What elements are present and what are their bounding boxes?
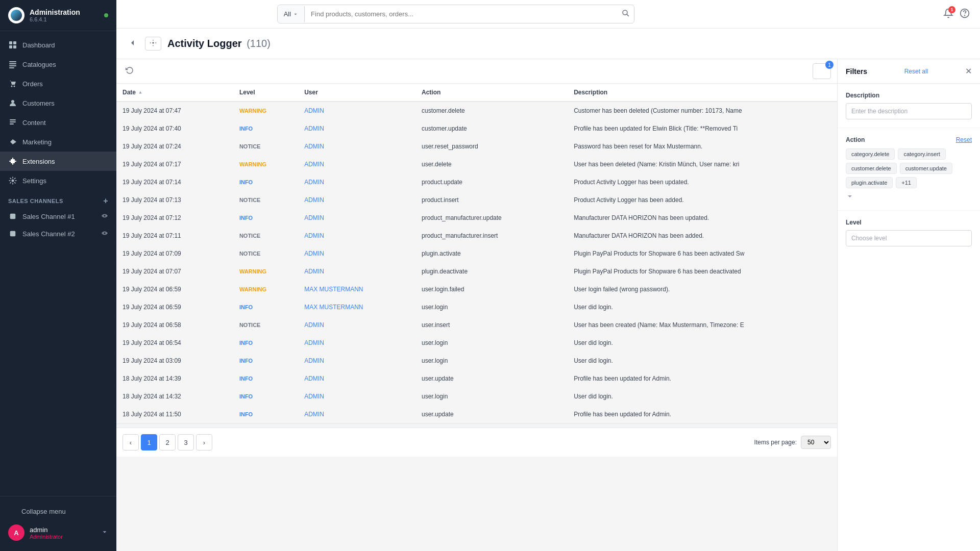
filter-reset-all[interactable]: Reset all (904, 68, 928, 75)
filter-action-tags: category.deletecategory.insertcustomer.d… (846, 148, 972, 188)
items-per-page-select[interactable]: 25 50 75 100 (801, 436, 831, 449)
sidebar-item-dashboard[interactable]: Dashboard (0, 35, 116, 55)
cell-action: user.login (415, 352, 568, 370)
col-action[interactable]: Action (415, 84, 568, 102)
sidebar-item-customers[interactable]: Customers (0, 93, 116, 113)
cell-action: user.login.failed (415, 281, 568, 298)
search-input[interactable] (305, 6, 618, 22)
filter-toggle-button[interactable]: 1 (813, 63, 831, 79)
table-scroll-container[interactable]: Date Level (116, 84, 837, 423)
extensions-icon (8, 157, 17, 166)
table-row: 19 July 2024 at 03:09 INFO ADMIN user.lo… (116, 352, 837, 370)
sidebar-item-catalogues[interactable]: Catalogues (0, 55, 116, 74)
filter-title: Filters (846, 67, 867, 76)
cell-level: INFO (233, 406, 298, 423)
cell-date: 19 July 2024 at 06:54 (116, 334, 233, 352)
page-title: Activity Logger (110) (167, 38, 271, 49)
content-icon (8, 118, 17, 127)
table-row: 18 July 2024 at 11:50 INFO ADMIN user.up… (116, 406, 837, 423)
user-role: Administrator (30, 534, 63, 540)
cell-description: Profile has been updated for Elwin Blick… (568, 120, 837, 138)
sidebar-item-orders[interactable]: Orders (0, 74, 116, 93)
user-chevron-icon[interactable] (101, 529, 108, 537)
cell-description: Manufacturer DATA HORIZON has been added… (568, 227, 837, 245)
svg-rect-11 (10, 119, 16, 120)
sidebar-item-marketing[interactable]: Marketing (0, 132, 116, 152)
prev-page-button[interactable]: ‹ (122, 434, 139, 450)
filter-action-tag[interactable]: customer.update (900, 163, 952, 174)
sidebar-item-settings[interactable]: Settings (0, 171, 116, 190)
back-button[interactable] (127, 37, 139, 51)
filter-action-tag[interactable]: +11 (896, 177, 917, 188)
cell-user: ADMIN (298, 334, 415, 352)
page-3-button[interactable]: 3 (178, 434, 194, 450)
sidebar-item-sc1[interactable]: Sales Channel #1 (0, 208, 116, 225)
dashboard-icon (8, 40, 17, 49)
col-level[interactable]: Level (233, 84, 298, 102)
filter-close-button[interactable]: ✕ (965, 66, 972, 76)
cell-date: 19 July 2024 at 06:59 (116, 281, 233, 298)
svg-rect-2 (9, 45, 12, 48)
user-section: A admin Administrator (8, 520, 108, 545)
page-1-button[interactable]: 1 (141, 434, 157, 450)
svg-point-18 (104, 232, 106, 234)
filter-action-reset[interactable]: Reset (956, 136, 972, 143)
collapse-menu-button[interactable]: Collapse menu (8, 503, 108, 520)
col-user[interactable]: User (298, 84, 415, 102)
cell-date: 18 July 2024 at 14:39 (116, 370, 233, 388)
filter-description-input[interactable] (846, 103, 972, 119)
page-2-button[interactable]: 2 (159, 434, 176, 450)
svg-rect-13 (10, 123, 14, 124)
topbar-icons: 1 (943, 8, 970, 20)
app-version: 6.6.4.1 (30, 16, 80, 22)
sc2-label: Sales Channel #2 (22, 230, 75, 238)
filter-action-tag[interactable]: category.delete (846, 148, 895, 160)
table-section: 1 Date (116, 59, 837, 551)
cell-user: MAX MUSTERMANN (298, 298, 415, 316)
cell-description: Profile has been updated for Admin. (568, 370, 837, 388)
cell-date: 19 July 2024 at 07:47 (116, 102, 233, 120)
help-icon[interactable] (960, 8, 970, 20)
cell-level: NOTICE (233, 316, 298, 334)
search-type-select[interactable]: All (278, 6, 305, 22)
cell-level: WARNING (233, 281, 298, 298)
sales-channels-section: Sales Channels + (0, 190, 116, 208)
table-row: 19 July 2024 at 07:14 INFO ADMIN product… (116, 173, 837, 191)
cell-date: 19 July 2024 at 06:59 (116, 298, 233, 316)
col-description[interactable]: Description (568, 84, 837, 102)
search-button[interactable] (618, 5, 634, 23)
sidebar-item-extensions[interactable]: Extensions (0, 152, 116, 171)
sidebar-item-sc2[interactable]: Sales Channel #2 (0, 225, 116, 242)
pagination: ‹ 1 2 3 › Items per page: 25 50 75 100 (116, 428, 837, 457)
filter-action-tag[interactable]: category.insert (898, 148, 945, 160)
cell-level: NOTICE (233, 191, 298, 209)
svg-point-16 (104, 215, 106, 217)
svg-rect-0 (9, 41, 12, 44)
cell-description: User did login. (568, 388, 837, 406)
svg-rect-12 (10, 121, 16, 122)
add-sales-channel-icon[interactable]: + (103, 196, 108, 206)
table-row: 18 July 2024 at 14:39 INFO ADMIN user.up… (116, 370, 837, 388)
col-date[interactable]: Date (116, 84, 233, 102)
horizontal-scrollbar[interactable] (116, 423, 837, 428)
cell-date: 19 July 2024 at 07:14 (116, 173, 233, 191)
cell-user: ADMIN (298, 406, 415, 423)
table-row: 19 July 2024 at 07:24 NOTICE ADMIN user.… (116, 138, 837, 156)
refresh-button[interactable] (122, 63, 137, 79)
app-name: Administration (30, 8, 80, 17)
filter-action-tag[interactable]: plugin.activate (846, 177, 893, 188)
next-page-button[interactable]: › (196, 434, 212, 450)
filter-action-tag[interactable]: customer.delete (846, 163, 897, 174)
sidebar-item-content[interactable]: Content (0, 113, 116, 132)
svg-point-10 (11, 100, 14, 103)
notifications-icon[interactable]: 1 (943, 8, 953, 20)
sc2-visibility-icon[interactable] (101, 230, 108, 238)
sc1-visibility-icon[interactable] (101, 212, 108, 221)
user-info: admin Administrator (30, 526, 63, 540)
svg-rect-3 (13, 45, 16, 48)
cell-level: INFO (233, 352, 298, 370)
settings-button[interactable] (145, 37, 161, 51)
filter-level-select[interactable]: Choose level DEBUG INFO NOTICE WARNING E… (846, 230, 972, 246)
cell-action: product_manufacturer.insert (415, 227, 568, 245)
activity-table: Date Level (116, 84, 837, 423)
